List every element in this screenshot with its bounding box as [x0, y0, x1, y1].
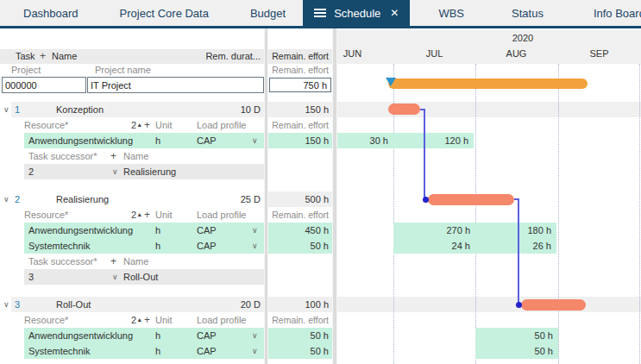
task-successor-label: Task successor*: [28, 254, 97, 269]
resource-row[interactable]: Anwendungsentwicklung h CAP ∨: [0, 223, 264, 238]
resource-row[interactable]: Systemtechnik h CAP ∨: [0, 238, 264, 254]
dropdown-chevron-icon[interactable]: ∨: [252, 133, 258, 148]
resource-unit[interactable]: h: [155, 343, 160, 359]
dropdown-chevron-icon[interactable]: ∨: [112, 164, 118, 179]
resource-row[interactable]: Anwendungsentwicklung h CAP ∨: [0, 133, 264, 148]
sort-indicator[interactable]: 2▲: [131, 117, 142, 133]
sort-indicator[interactable]: 2▲: [131, 312, 142, 328]
resource-effort-col-label: Remain. effort: [268, 312, 332, 328]
task-name[interactable]: Realisierung: [56, 191, 109, 207]
dropdown-chevron-icon[interactable]: ∨: [112, 269, 118, 285]
sort-ascending-icon: ▲: [136, 317, 142, 323]
task-row-roll-out[interactable]: ∨ 3 Roll-Out 20 D: [0, 297, 264, 312]
column-header-rem-duration: Rem. durat...: [205, 49, 261, 64]
task-bar-realisierung[interactable]: [428, 194, 514, 205]
task-bar-konzeption[interactable]: [388, 104, 420, 115]
project-name-input[interactable]: [87, 77, 264, 93]
task-row-konzeption[interactable]: ∨ 1 Konzeption 10 D: [0, 102, 264, 117]
gantt-effort-cell[interactable]: 24 h: [393, 238, 475, 254]
project-effort-input[interactable]: [269, 78, 331, 92]
project-id-input[interactable]: [2, 77, 86, 93]
task-row-realisierung[interactable]: ∨ 2 Realisierung 25 D: [0, 191, 264, 207]
resource-effort-value[interactable]: 50 h: [268, 328, 332, 343]
resource-row[interactable]: Anwendungsentwicklung h CAP ∨: [0, 328, 264, 343]
nav-item-dashboard[interactable]: Dashboard: [23, 7, 79, 20]
successor-id[interactable]: 2: [28, 164, 34, 179]
nav-item-budget[interactable]: Budget: [250, 7, 286, 20]
task-bar-roll-out[interactable]: [521, 299, 586, 311]
resource-name[interactable]: Anwendungsentwicklung: [28, 133, 133, 148]
gantt-effort-cell[interactable]: 30 h: [337, 133, 393, 148]
project-effort-col-label: Remain. effort: [268, 64, 332, 77]
task-duration[interactable]: 20 D: [241, 297, 261, 312]
gantt-effort-cell[interactable]: 180 h: [475, 223, 556, 238]
expand-chevron-icon[interactable]: ∨: [3, 297, 9, 312]
add-successor-icon[interactable]: +: [110, 148, 116, 164]
add-resource-icon[interactable]: +: [144, 207, 150, 223]
resource-name[interactable]: Systemtechnik: [28, 238, 91, 254]
successor-row[interactable]: 2 ∨ Realisierung: [0, 164, 264, 179]
gantt-month-label: JUN: [337, 48, 393, 59]
resource-load-profile[interactable]: CAP: [197, 133, 217, 148]
successor-row[interactable]: 3 ∨ Roll-Out: [0, 269, 264, 285]
resource-effort-col-label: Remain. effort: [268, 117, 332, 133]
nav-item-status[interactable]: Status: [512, 7, 544, 20]
resource-name[interactable]: Anwendungsentwicklung: [28, 223, 133, 238]
task-id: 1: [15, 102, 20, 117]
nav-item-project-core-data[interactable]: Project Core Data: [120, 7, 209, 20]
expand-chevron-icon[interactable]: ∨: [3, 102, 9, 117]
load-profile-col-label: Load profile: [197, 117, 247, 133]
dropdown-chevron-icon[interactable]: ∨: [252, 343, 258, 359]
task-name[interactable]: Konzeption: [56, 102, 104, 117]
resource-unit[interactable]: h: [155, 133, 160, 148]
add-task-icon[interactable]: +: [40, 49, 46, 64]
gantt-effort-cell[interactable]: 270 h: [393, 223, 475, 238]
nav-item-wbs[interactable]: WBS: [438, 7, 464, 20]
resource-unit[interactable]: h: [155, 238, 160, 254]
resource-unit[interactable]: h: [155, 223, 160, 238]
close-icon[interactable]: ✕: [390, 7, 399, 19]
gantt-effort-cell[interactable]: 50 h: [475, 328, 558, 343]
resource-row[interactable]: Systemtechnik h CAP ∨: [0, 343, 264, 359]
remaining-effort-pane: Remain. effort Remain. effort 150 h Rema…: [268, 28, 332, 364]
project-start-marker-icon[interactable]: [386, 78, 396, 86]
add-resource-icon[interactable]: +: [144, 117, 150, 133]
unit-col-label: Unit: [155, 312, 173, 328]
resource-name[interactable]: Systemtechnik: [28, 343, 91, 359]
task-effort-value[interactable]: 150 h: [268, 102, 332, 117]
resource-load-profile[interactable]: CAP: [197, 223, 217, 238]
resource-name[interactable]: Anwendungsentwicklung: [28, 328, 133, 343]
resource-load-profile[interactable]: CAP: [197, 343, 217, 359]
add-successor-icon[interactable]: +: [110, 254, 116, 269]
task-table-pane: Task + Name Rem. durat... Project Projec…: [0, 28, 264, 364]
successor-header-row: Task successor* + Name: [0, 148, 264, 164]
expand-chevron-icon[interactable]: ∨: [3, 191, 9, 207]
hamburger-icon[interactable]: [314, 12, 326, 14]
gantt-effort-cell[interactable]: 120 h: [393, 133, 474, 148]
task-duration[interactable]: 10 D: [241, 102, 261, 117]
resource-load-profile[interactable]: CAP: [197, 238, 217, 254]
successor-id[interactable]: 3: [28, 269, 34, 285]
resource-effort-value[interactable]: 150 h: [268, 133, 332, 148]
resource-effort-value[interactable]: 450 h: [268, 223, 332, 238]
gantt-effort-cell[interactable]: 26 h: [475, 238, 556, 254]
dropdown-chevron-icon[interactable]: ∨: [252, 328, 258, 343]
task-effort-value[interactable]: 500 h: [268, 191, 332, 207]
nav-item-info-board[interactable]: Info Board: [594, 7, 641, 20]
dropdown-chevron-icon[interactable]: ∨: [252, 223, 258, 238]
task-name[interactable]: Roll-Out: [56, 297, 91, 312]
gantt-effort-cell[interactable]: 50 h: [475, 343, 558, 359]
project-row-label: Project: [11, 64, 41, 77]
project-summary-bar[interactable]: [388, 78, 588, 89]
nav-tab-schedule-active[interactable]: Schedule ✕: [303, 0, 410, 26]
dropdown-chevron-icon[interactable]: ∨: [252, 238, 258, 254]
task-duration[interactable]: 25 D: [241, 191, 261, 207]
resource-load-profile[interactable]: CAP: [197, 328, 217, 343]
task-effort-value[interactable]: 100 h: [268, 297, 332, 312]
add-resource-icon[interactable]: +: [144, 312, 150, 328]
resource-effort-value[interactable]: 50 h: [268, 238, 332, 254]
gantt-grid-line: [558, 64, 559, 364]
resource-effort-value[interactable]: 50 h: [268, 343, 332, 359]
resource-unit[interactable]: h: [155, 328, 160, 343]
sort-indicator[interactable]: 2▲: [131, 207, 142, 223]
